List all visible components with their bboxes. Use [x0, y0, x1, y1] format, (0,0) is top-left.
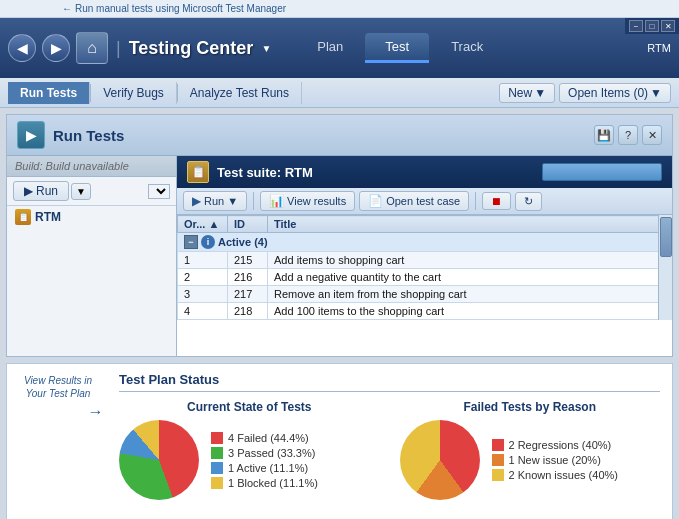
panel-icon: ▶ — [17, 121, 45, 149]
table-row[interactable]: 1 215 Add items to shopping cart — [178, 252, 672, 269]
legend-item-blocked: 1 Blocked (11.1%) — [211, 477, 318, 489]
panel-save-icon[interactable]: 💾 — [594, 125, 614, 145]
callout-line2: Your Test Plan — [26, 388, 91, 399]
view-results-icon: 📊 — [269, 194, 284, 208]
scrollbar[interactable] — [658, 215, 672, 320]
view-results-label: View results — [287, 195, 346, 207]
failed-color — [211, 432, 223, 444]
new-issue-color — [492, 454, 504, 466]
scrollbar-thumb[interactable] — [660, 217, 672, 257]
title-dropdown-arrow[interactable]: ▼ — [261, 43, 271, 54]
run-action-icon: ▶ — [192, 194, 201, 208]
open-test-case-icon: 📄 — [368, 194, 383, 208]
tab-plan[interactable]: Plan — [297, 33, 363, 63]
group-label: Active (4) — [218, 236, 268, 248]
cell-id: 218 — [228, 303, 268, 320]
build-label: Build: Build unavailable — [7, 156, 176, 177]
known-issues-color — [492, 469, 504, 481]
cell-title: Remove an item from the shopping cart — [268, 286, 672, 303]
new-label: New — [508, 86, 532, 100]
open-test-case-button[interactable]: 📄 Open test case — [359, 191, 469, 211]
run-select[interactable] — [148, 184, 170, 199]
tree-item-rtm[interactable]: 📋 RTM — [7, 206, 176, 228]
refresh-button[interactable]: ↻ — [515, 192, 542, 211]
table-row[interactable]: 3 217 Remove an item from the shopping c… — [178, 286, 672, 303]
col-header-order[interactable]: Or... ▲ — [178, 216, 228, 233]
current-state-pie — [119, 420, 199, 500]
home-button[interactable]: ⌂ — [76, 32, 108, 64]
failed-tests-section: Failed Tests by Reason 2 Regressions (40… — [400, 400, 661, 500]
blocked-color — [211, 477, 223, 489]
new-dropdown-arrow[interactable]: ▼ — [534, 86, 546, 100]
failed-tests-legend: 2 Regressions (40%) 1 New issue (20%) 2 … — [492, 439, 618, 481]
panel-help-icon[interactable]: ? — [618, 125, 638, 145]
maximize-button[interactable]: □ — [645, 20, 659, 32]
minimize-button[interactable]: − — [629, 20, 643, 32]
rtm-tree-icon: 📋 — [15, 209, 31, 225]
current-state-legend: 4 Failed (44.4%) 3 Passed (33.3%) 1 Acti… — [211, 432, 318, 489]
failed-label: 4 Failed (44.4%) — [228, 432, 309, 444]
suite-title: Test suite: RTM — [217, 165, 313, 180]
app-title: Testing Center — [129, 38, 254, 59]
cell-order: 3 — [178, 286, 228, 303]
tab-test[interactable]: Test — [365, 33, 429, 63]
cell-title: Add 100 items to the shopping cart — [268, 303, 672, 320]
panel-close-icon[interactable]: ✕ — [642, 125, 662, 145]
legend-item-failed: 4 Failed (44.4%) — [211, 432, 318, 444]
cell-title: Add items to shopping cart — [268, 252, 672, 269]
top-annotation: Run manual tests using Microsoft Test Ma… — [75, 3, 286, 14]
run-dropdown-button[interactable]: ▼ — [71, 183, 91, 200]
cell-id: 215 — [228, 252, 268, 269]
callout-line1: View Results in — [24, 375, 92, 386]
passed-color — [211, 447, 223, 459]
sort-icon: ▲ — [208, 218, 219, 230]
failed-tests-pie — [400, 420, 480, 500]
legend-item-passed: 3 Passed (33.3%) — [211, 447, 318, 459]
run-button[interactable]: ▶ Run — [13, 181, 69, 201]
blocked-label: 1 Blocked (11.1%) — [228, 477, 318, 489]
toolbar-verify-bugs[interactable]: Verify Bugs — [91, 82, 177, 104]
run-action-dropdown[interactable]: ▼ — [227, 195, 238, 207]
stop-button[interactable]: ⏹ — [482, 192, 511, 210]
stop-icon: ⏹ — [491, 195, 502, 207]
collapse-button[interactable]: − — [184, 235, 198, 249]
open-items-dropdown-arrow[interactable]: ▼ — [650, 86, 662, 100]
rtm-tree-label: RTM — [35, 210, 61, 224]
run-action-label: Run — [204, 195, 224, 207]
open-items-button[interactable]: Open Items (0) ▼ — [559, 83, 671, 103]
col-header-title[interactable]: Title — [268, 216, 672, 233]
toolbar-analyze-test-runs[interactable]: Analyze Test Runs — [178, 82, 302, 104]
active-color — [211, 462, 223, 474]
status-title: Test Plan Status — [119, 372, 660, 392]
col-header-id[interactable]: ID — [228, 216, 268, 233]
table-row[interactable]: 4 218 Add 100 items to the shopping cart — [178, 303, 672, 320]
action-separator-2 — [475, 192, 476, 210]
legend-item-known-issues: 2 Known issues (40%) — [492, 469, 618, 481]
suite-search-input[interactable] — [542, 163, 662, 181]
table-row[interactable]: 2 216 Add a negative quantity to the car… — [178, 269, 672, 286]
view-results-button[interactable]: 📊 View results — [260, 191, 355, 211]
regressions-label: 2 Regressions (40%) — [509, 439, 612, 451]
cell-id: 217 — [228, 286, 268, 303]
back-button[interactable]: ◀ — [8, 34, 36, 62]
active-info-icon: i — [201, 235, 215, 249]
toolbar-run-tests[interactable]: Run Tests — [8, 82, 90, 104]
open-test-case-label: Open test case — [386, 195, 460, 207]
run-play-icon: ▶ — [24, 184, 33, 198]
suite-icon: 📋 — [187, 161, 209, 183]
new-button[interactable]: New ▼ — [499, 83, 555, 103]
cell-order: 4 — [178, 303, 228, 320]
failed-tests-label: Failed Tests by Reason — [400, 400, 661, 414]
tab-track[interactable]: Track — [431, 33, 503, 63]
legend-item-active: 1 Active (11.1%) — [211, 462, 318, 474]
current-state-label: Current State of Tests — [119, 400, 380, 414]
cell-order: 1 — [178, 252, 228, 269]
forward-button[interactable]: ▶ — [42, 34, 70, 62]
current-state-section: Current State of Tests 4 Failed (44.4%) … — [119, 400, 380, 500]
known-issues-label: 2 Known issues (40%) — [509, 469, 618, 481]
active-label: 1 Active (11.1%) — [228, 462, 308, 474]
legend-item-regressions: 2 Regressions (40%) — [492, 439, 618, 451]
close-button[interactable]: ✕ — [661, 20, 675, 32]
run-action-button[interactable]: ▶ Run ▼ — [183, 191, 247, 211]
legend-item-new-issue: 1 New issue (20%) — [492, 454, 618, 466]
